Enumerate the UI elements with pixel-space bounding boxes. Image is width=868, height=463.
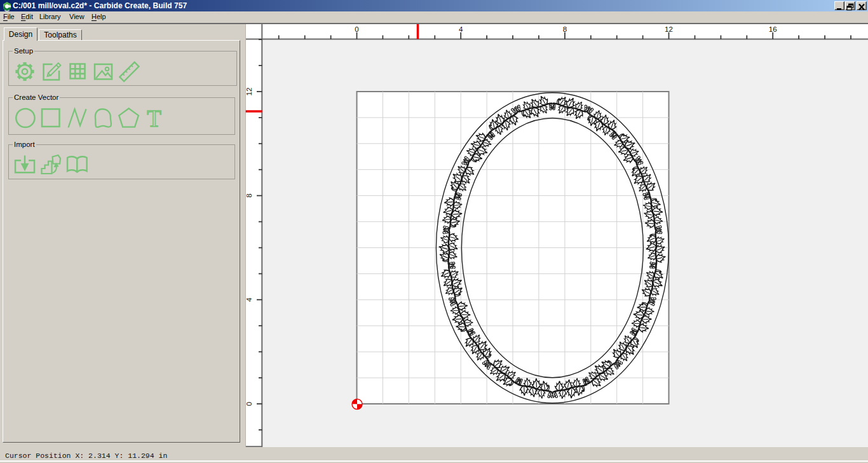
svg-text:16: 16 [769,25,777,33]
svg-text:4: 4 [459,25,463,33]
svg-text:0: 0 [245,402,253,406]
svg-text:T: T [147,106,161,132]
svg-text:4: 4 [245,298,253,302]
svg-text:8: 8 [245,193,253,197]
svg-text:12: 12 [665,25,673,33]
svg-text:12: 12 [245,88,253,96]
svg-text:8: 8 [563,25,567,33]
svg-text:0: 0 [355,25,358,33]
